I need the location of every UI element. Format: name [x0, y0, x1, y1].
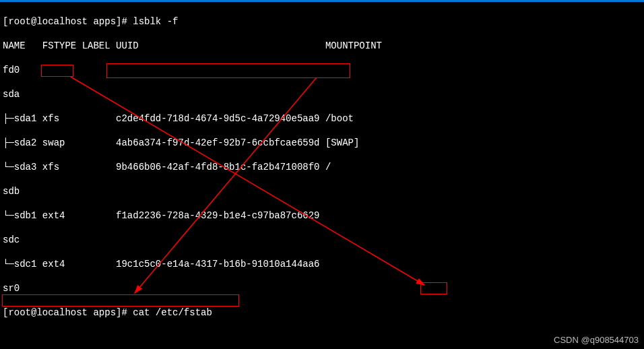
dev-sdb1: └─sdb1 ext4 f1ad2236-728a-4329-b1e4-c97b…: [3, 210, 641, 222]
lsblk-header: NAME FSTYPE LABEL UUID MOUNTPOINT: [3, 40, 641, 52]
dev-sda: sda: [3, 88, 641, 100]
dev-sda2: ├─sda2 swap 4ab6a374-f97d-42ef-92b7-6ccb…: [3, 137, 641, 149]
dev-sdc: sdc: [3, 234, 641, 246]
dev-sda3: └─sda3 xfs 9b466b06-42af-4fd8-8b1c-fa2b4…: [3, 161, 641, 173]
dev-sda1: ├─sda1 xfs c2de4fdd-718d-4674-9d5c-4a729…: [3, 113, 641, 125]
terminal-output[interactable]: [root@localhost apps]# lsblk -f NAME FST…: [0, 2, 644, 349]
watermark-text: CSDN @q908544703: [554, 334, 639, 346]
dev-sdb: sdb: [3, 185, 641, 197]
blank-line: [3, 331, 641, 343]
dev-fd0: fd0: [3, 64, 641, 76]
command-cat: cat /etc/fstab: [133, 307, 212, 318]
shell-prompt: [root@localhost apps]#: [3, 307, 133, 318]
shell-prompt: [root@localhost apps]#: [3, 16, 133, 27]
command-lsblk: lsblk -f: [133, 16, 178, 27]
dev-sdc1: └─sdc1 ext4 19c1c5c0-e14a-4317-b16b-9101…: [3, 258, 641, 270]
dev-sr0: sr0: [3, 282, 641, 294]
